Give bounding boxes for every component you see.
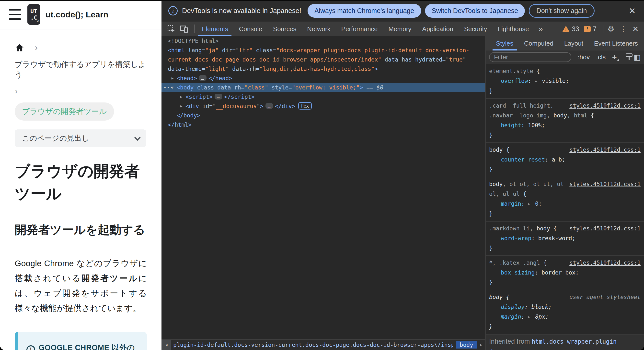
- site-title[interactable]: ut.code(); Learn: [46, 10, 108, 19]
- collapsed-content-ellipsis-button[interactable]: …: [266, 103, 273, 109]
- site-logo[interactable]: UT .C ↩: [28, 4, 40, 25]
- breadcrumb-current-node[interactable]: body: [456, 341, 477, 348]
- collapsed-content-ellipsis-button[interactable]: …: [214, 94, 222, 99]
- tab-security[interactable]: Security: [459, 22, 492, 36]
- style-source-link[interactable]: styles.4510f12d.css:1: [569, 145, 640, 155]
- style-source-link[interactable]: styles.4510f12d.css:1: [569, 179, 640, 189]
- style-declaration[interactable]: display:block;: [489, 302, 640, 312]
- style-declaration[interactable]: margin:▶0;: [489, 199, 640, 209]
- style-declaration[interactable]: box-sizing:border-box;: [489, 268, 640, 277]
- rendering-emulations-button[interactable]: [625, 53, 626, 61]
- plus-icon: +: [612, 53, 617, 62]
- toggle-sidebar-button[interactable]: ◧: [634, 53, 640, 62]
- tab-sources[interactable]: Sources: [268, 22, 302, 36]
- crumb-scroll-right-button[interactable]: ▶: [477, 343, 485, 347]
- pseudo-state-toggle[interactable]: :hov: [578, 53, 590, 61]
- code-token: data-rh=: [232, 66, 259, 72]
- expand-value-icon[interactable]: ▶: [528, 312, 530, 322]
- tab-layout[interactable]: Layout: [559, 36, 589, 51]
- tab-computed[interactable]: Computed: [519, 36, 559, 51]
- property-name: overflow: [501, 78, 528, 84]
- style-rule: user agent stylesheetbody {display:block…: [486, 290, 644, 334]
- tab-styles[interactable]: Styles: [490, 36, 519, 51]
- ellipsis-text: …: [507, 348, 513, 350]
- tree-row[interactable]: </body>: [162, 111, 485, 120]
- section-heading: 開発者ツールを起動する: [15, 222, 147, 238]
- property-colon: :: [521, 122, 524, 128]
- style-declaration[interactable]: counter-reset:a b;: [489, 155, 640, 164]
- expand-value-icon[interactable]: ▶: [535, 76, 537, 86]
- style-declaration[interactable]: word-wrap:break-word;: [489, 233, 640, 243]
- hamburger-menu-button[interactable]: [9, 9, 21, 20]
- issues-badge[interactable]: ! 7: [584, 25, 596, 33]
- disclosure-expanded-icon[interactable]: ▼: [169, 83, 176, 92]
- tree-row[interactable]: ▶<script>…</script>: [162, 92, 485, 101]
- tree-row[interactable]: ▶<div id="__docusaurus">…</div>flex: [162, 101, 485, 111]
- styles-filter-input[interactable]: [489, 52, 571, 62]
- tab-performance[interactable]: Performance: [336, 22, 383, 36]
- warning-count: 33: [572, 25, 579, 33]
- browser-window: UT .C ↩ ut.code(); Learn › ブラウザで動作するアプリを…: [0, 0, 644, 350]
- style-source-link[interactable]: styles.4510f12d.css:1: [569, 258, 640, 268]
- breadcrumb-home-link[interactable]: [15, 43, 24, 53]
- warnings-badge[interactable]: ! 33: [562, 25, 579, 33]
- page-title: ブラウザの開発者ツール: [15, 160, 147, 205]
- code-token: "__docusaurus": [213, 103, 260, 109]
- style-rule: styles.4510f12d.css:1*, .katex .angl {bo…: [486, 256, 644, 290]
- closing-brace: }: [489, 130, 640, 140]
- tab-application[interactable]: Application: [417, 22, 458, 36]
- selector-token: {: [506, 146, 510, 153]
- tree-row[interactable]: •••▼<body class data-rh="class" style="o…: [162, 83, 485, 92]
- tab-elements[interactable]: Elements: [196, 22, 234, 36]
- style-rule: styles.4510f12d.css:1body, ol ol, ol ul,…: [486, 177, 644, 222]
- tab-lighthouse[interactable]: Lighthouse: [492, 22, 534, 36]
- new-style-rule-button[interactable]: +: [612, 53, 617, 61]
- collapsed-content-ellipsis-button[interactable]: …: [199, 75, 206, 81]
- toc-toggle[interactable]: このページの見出し: [15, 129, 146, 147]
- closing-brace: }: [489, 322, 640, 332]
- tree-row[interactable]: </html>: [162, 120, 485, 129]
- code-token: data-theme=: [168, 66, 205, 72]
- tree-row[interactable]: <html lang="ja" dir="ltr" class="docs-wr…: [162, 46, 485, 74]
- settings-button[interactable]: ⚙: [605, 23, 617, 35]
- triangle-right-icon: ▶: [480, 343, 482, 347]
- don-t-show-again-button[interactable]: Don't show again: [529, 4, 594, 18]
- styles-panel: StylesComputedLayoutEvent Listeners» :ho…: [486, 36, 644, 350]
- breadcrumb-section-link[interactable]: ブラウザで動作するアプリを構築しよう: [15, 59, 147, 80]
- devtools-menu-button[interactable]: ⋮: [617, 23, 629, 35]
- property-colon: :: [521, 201, 524, 207]
- tree-row[interactable]: ▶<head>…</head>: [162, 74, 485, 83]
- style-rule: styles.4510f12d.css:1.markdown li, body …: [486, 222, 644, 256]
- tab-network[interactable]: Network: [302, 22, 336, 36]
- menu-icon: [9, 9, 21, 11]
- tab-console[interactable]: Console: [234, 22, 268, 36]
- tab-event-listeners[interactable]: Event Listeners: [589, 36, 643, 51]
- style-declaration[interactable]: overflow:▶visible;: [489, 76, 640, 86]
- style-declaration[interactable]: margin:▶8px;: [489, 312, 640, 322]
- more-tabs-button[interactable]: »: [534, 22, 547, 36]
- property-value: break-word;: [538, 235, 575, 241]
- always-match-chrome-s-language-button[interactable]: Always match Chrome's language: [308, 4, 421, 18]
- style-selector[interactable]: element.style {: [489, 66, 640, 76]
- switch-devtools-to-japanese-button[interactable]: Switch DevTools to Japanese: [425, 4, 525, 18]
- element-class-toggle[interactable]: .cls: [596, 53, 606, 61]
- expand-value-icon[interactable]: ▶: [528, 199, 530, 209]
- devtools-close-button[interactable]: ✕: [629, 23, 642, 35]
- style-source-link[interactable]: styles.4510f12d.css:1: [569, 101, 640, 111]
- tree-row[interactable]: <!DOCTYPE html>: [162, 36, 485, 46]
- disclosure-collapsed-icon[interactable]: ▶: [178, 92, 184, 101]
- return-icon: ↩: [37, 18, 39, 24]
- device-toolbar-button[interactable]: [178, 23, 190, 35]
- inspect-element-button[interactable]: [165, 23, 178, 35]
- crumb-scroll-left-button[interactable]: ◀: [162, 340, 171, 350]
- flex-badge[interactable]: flex: [298, 102, 312, 110]
- disclosure-collapsed-icon[interactable]: ▶: [169, 74, 176, 83]
- disclosure-collapsed-icon[interactable]: ▶: [178, 101, 184, 111]
- tab-memory[interactable]: Memory: [383, 22, 417, 36]
- notification-close-button[interactable]: ✕: [627, 6, 638, 16]
- property-value: 100%;: [528, 122, 545, 128]
- logo-text-top: UT: [30, 8, 37, 15]
- breadcrumb-path[interactable]: plugin-id-default.docs-version-current.d…: [173, 342, 453, 348]
- style-declaration[interactable]: height:100%;: [489, 120, 640, 130]
- style-source-link[interactable]: styles.4510f12d.css:1: [569, 224, 640, 233]
